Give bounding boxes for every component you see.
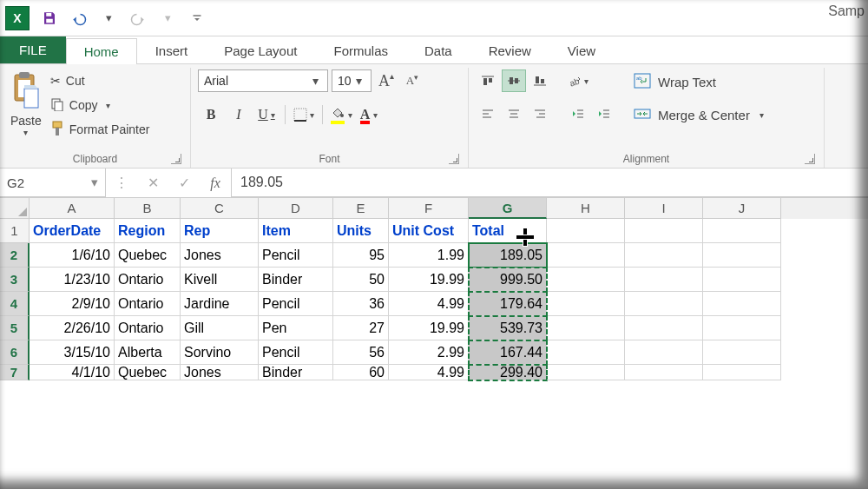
tab-formulas[interactable]: Formulas	[315, 37, 406, 63]
cell[interactable]: Ontario	[115, 292, 181, 316]
cell[interactable]: Jones	[181, 243, 259, 268]
row-header[interactable]: 7	[0, 365, 30, 380]
chevron-down-icon[interactable]: ▾	[352, 74, 365, 88]
cell-header[interactable]: Unit Cost	[389, 219, 469, 243]
cell-empty[interactable]	[703, 219, 781, 243]
column-header-G[interactable]: G	[469, 198, 547, 219]
cell[interactable]: 1/6/10	[30, 243, 115, 268]
cancel-formula-button[interactable]: ✕	[137, 169, 168, 197]
tab-data[interactable]: Data	[406, 37, 470, 63]
cell[interactable]: Binder	[259, 365, 333, 380]
column-header-J[interactable]: J	[703, 198, 781, 219]
font-size-combo[interactable]: 10 ▾	[332, 69, 372, 92]
cut-button[interactable]: ✂ Cut	[50, 69, 150, 92]
cell[interactable]: 27	[333, 316, 389, 340]
alignment-dialog-launcher[interactable]	[805, 154, 815, 164]
column-header-F[interactable]: F	[389, 198, 469, 219]
cell-empty[interactable]	[625, 292, 703, 316]
merge-center-button[interactable]: Merge & Center	[634, 102, 764, 127]
tab-page-layout[interactable]: Page Layout	[206, 37, 315, 63]
cell[interactable]: 2/9/10	[30, 292, 115, 316]
cell[interactable]: 2.99	[389, 340, 469, 365]
italic-button[interactable]: I	[226, 102, 252, 127]
cell-empty[interactable]	[547, 316, 625, 340]
cell[interactable]: Quebec	[115, 243, 181, 268]
cell[interactable]: 60	[333, 365, 389, 380]
row-header[interactable]: 1	[0, 219, 30, 243]
chevron-down-icon[interactable]: ▾	[91, 175, 98, 190]
borders-button[interactable]	[291, 102, 317, 127]
tab-insert[interactable]: Insert	[137, 37, 207, 63]
cell[interactable]: Pencil	[259, 340, 333, 365]
cell[interactable]: 999.50	[469, 268, 547, 292]
row-header[interactable]: 3	[0, 268, 30, 292]
align-middle-button[interactable]	[502, 69, 526, 92]
wrap-text-button[interactable]: ab Wrap Text	[634, 69, 764, 94]
orientation-button[interactable]: ab	[566, 69, 590, 92]
font-dialog-launcher[interactable]	[449, 154, 459, 164]
insert-function-button[interactable]: fx	[200, 169, 231, 197]
cell-empty[interactable]	[625, 268, 703, 292]
row-header[interactable]: 2	[0, 243, 30, 268]
cell[interactable]: Jardine	[181, 292, 259, 316]
decrease-indent-button[interactable]	[566, 102, 590, 125]
cell[interactable]: 95	[333, 243, 389, 268]
cell[interactable]: Ontario	[115, 316, 181, 340]
row-header[interactable]: 4	[0, 292, 30, 316]
cell[interactable]: Jones	[181, 365, 259, 380]
cell-empty[interactable]	[625, 243, 703, 268]
column-header-C[interactable]: C	[181, 198, 259, 219]
bold-button[interactable]: B	[198, 102, 224, 127]
cell-empty[interactable]	[703, 316, 781, 340]
column-header-H[interactable]: H	[547, 198, 625, 219]
grow-font-button[interactable]: A▴	[375, 69, 398, 92]
column-header-B[interactable]: B	[115, 198, 181, 219]
tab-file[interactable]: FILE	[0, 36, 66, 63]
shrink-font-button[interactable]: A▾	[401, 69, 424, 92]
tab-home[interactable]: Home	[66, 38, 137, 64]
cell[interactable]: 189.05	[469, 243, 547, 268]
cell-header[interactable]: OrderDate	[30, 219, 115, 243]
font-name-combo[interactable]: Arial ▾	[198, 69, 328, 92]
clipboard-dialog-launcher[interactable]	[171, 154, 181, 164]
cell-header[interactable]: Units	[333, 219, 389, 243]
column-header-D[interactable]: D	[259, 198, 333, 219]
column-header-A[interactable]: A	[30, 198, 115, 219]
cell-header[interactable]: Rep	[181, 219, 259, 243]
name-box[interactable]: G2 ▾	[0, 169, 106, 197]
cell[interactable]: Alberta	[115, 340, 181, 365]
cell-empty[interactable]	[625, 340, 703, 365]
cell-empty[interactable]	[703, 292, 781, 316]
cell[interactable]: Gill	[181, 316, 259, 340]
cell[interactable]: 299.40	[469, 365, 547, 380]
cell[interactable]: 3/15/10	[30, 340, 115, 365]
cell-header[interactable]: Region	[115, 219, 181, 243]
cell-empty[interactable]	[547, 365, 625, 380]
row-header[interactable]: 6	[0, 340, 30, 365]
cell-empty[interactable]	[547, 268, 625, 292]
qat-redo-button[interactable]	[123, 6, 153, 30]
cell[interactable]: 56	[333, 340, 389, 365]
cell-empty[interactable]	[547, 219, 625, 243]
paste-dropdown-icon[interactable]: ▾	[23, 128, 28, 137]
align-left-button[interactable]	[476, 102, 500, 125]
cell-empty[interactable]	[703, 340, 781, 365]
cell[interactable]: 4.99	[389, 292, 469, 316]
cell[interactable]: 4/1/10	[30, 365, 115, 380]
formula-input[interactable]: 189.05	[231, 169, 868, 197]
cell[interactable]: Ontario	[115, 268, 181, 292]
cell[interactable]: Sorvino	[181, 340, 259, 365]
cell[interactable]: Pencil	[259, 292, 333, 316]
cell-empty[interactable]	[625, 219, 703, 243]
cell[interactable]: Quebec	[115, 365, 181, 380]
worksheet[interactable]: ABCDEFGHIJ 1OrderDateRegionRepItemUnitsU…	[0, 198, 868, 380]
cell-empty[interactable]	[703, 268, 781, 292]
cell[interactable]: Kivell	[181, 268, 259, 292]
cell[interactable]: 1.99	[389, 243, 469, 268]
cell-empty[interactable]	[625, 316, 703, 340]
column-header-E[interactable]: E	[333, 198, 389, 219]
cell[interactable]: 539.73	[469, 316, 547, 340]
cell[interactable]: 4.99	[389, 365, 469, 380]
cell-header[interactable]: Total	[469, 219, 547, 243]
row-header[interactable]: 5	[0, 316, 30, 340]
